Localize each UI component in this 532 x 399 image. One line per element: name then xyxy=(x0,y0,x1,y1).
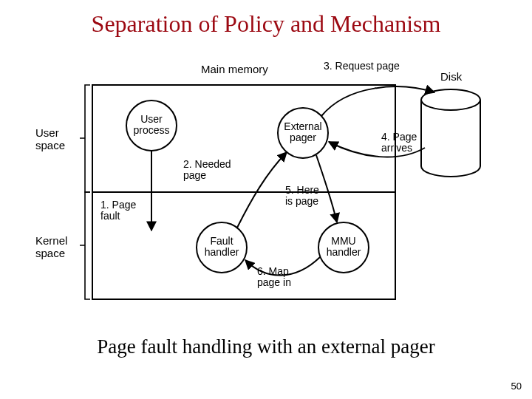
step-3-label: 3. Request page xyxy=(324,61,400,72)
step-5-label: 5. Here is page xyxy=(285,185,319,208)
step-2-label: 2. Needed page xyxy=(183,159,231,182)
page-number: 50 xyxy=(511,381,522,392)
step-4-label: 4. Page arrives xyxy=(381,132,417,154)
mmu-handler-label: MMU xyxy=(331,235,355,247)
user-space-bracket xyxy=(80,85,90,192)
arrow-request-page xyxy=(321,86,434,116)
slide-title: Separation of Policy and Mechanism xyxy=(0,10,532,38)
slide-caption: Page fault handling with an external pag… xyxy=(0,335,532,358)
step-1-label: 1. Page fault xyxy=(100,200,136,222)
svg-text:process: process xyxy=(133,124,169,136)
svg-text:pager: pager xyxy=(290,132,316,143)
main-memory-label: Main memory xyxy=(201,64,268,76)
kernel-space-bracket xyxy=(80,192,90,299)
disk-label: Disk xyxy=(440,71,462,83)
arrow-here-is-page xyxy=(316,155,337,222)
arrow-needed-page xyxy=(237,152,287,228)
svg-point-0 xyxy=(421,89,480,110)
kernel-space-label: Kernel space xyxy=(35,235,67,259)
fault-handler-label: Fault xyxy=(210,235,233,247)
step-6-label: 6. Map page in xyxy=(257,266,291,289)
external-pager-label: External xyxy=(284,120,321,132)
user-process-label: User xyxy=(140,113,163,125)
svg-text:handler: handler xyxy=(205,246,239,258)
diagram: User process External pager Fault handle… xyxy=(30,59,502,318)
disk-icon xyxy=(421,89,480,177)
user-space-label: User space xyxy=(35,127,65,151)
svg-text:handler: handler xyxy=(327,246,361,258)
